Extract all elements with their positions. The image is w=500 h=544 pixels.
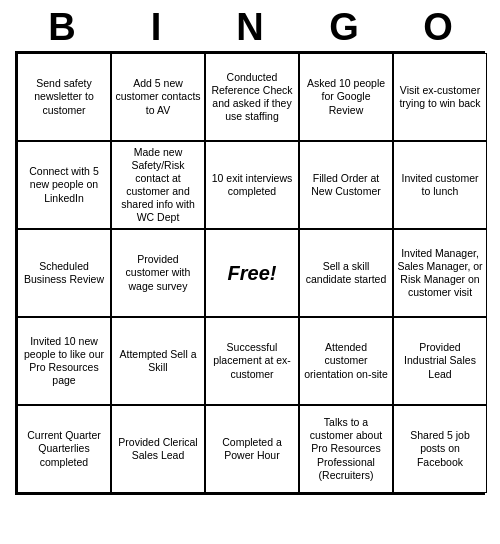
bingo-cell-8[interactable]: Filled Order at New Customer: [299, 141, 393, 229]
bingo-cell-21[interactable]: Provided Clerical Sales Lead: [111, 405, 205, 493]
bingo-cell-6[interactable]: Made new Safety/Risk contact at customer…: [111, 141, 205, 229]
bingo-letter: G: [306, 6, 382, 49]
bingo-cell-11[interactable]: Provided customer with wage survey: [111, 229, 205, 317]
bingo-letter: O: [400, 6, 476, 49]
bingo-cell-16[interactable]: Attempted Sell a Skill: [111, 317, 205, 405]
bingo-cell-7[interactable]: 10 exit interviews completed: [205, 141, 299, 229]
bingo-cell-18[interactable]: Attended customer orientation on-site: [299, 317, 393, 405]
bingo-grid: Send safety newsletter to customerAdd 5 …: [15, 51, 485, 495]
bingo-cell-15[interactable]: Invited 10 new people to like our Pro Re…: [17, 317, 111, 405]
bingo-letter: N: [212, 6, 288, 49]
bingo-cell-14[interactable]: Invited Manager, Sales Manager, or Risk …: [393, 229, 487, 317]
bingo-cell-0[interactable]: Send safety newsletter to customer: [17, 53, 111, 141]
bingo-cell-3[interactable]: Asked 10 people for Google Review: [299, 53, 393, 141]
bingo-cell-23[interactable]: Talks to a customer about Pro Resources …: [299, 405, 393, 493]
bingo-letter: I: [118, 6, 194, 49]
bingo-cell-20[interactable]: Current Quarter Quarterlies completed: [17, 405, 111, 493]
bingo-cell-19[interactable]: Provided Industrial Sales Lead: [393, 317, 487, 405]
bingo-cell-5[interactable]: Connect with 5 new people on LinkedIn: [17, 141, 111, 229]
bingo-cell-4[interactable]: Visit ex-customer trying to win back: [393, 53, 487, 141]
bingo-cell-2[interactable]: Conducted Reference Check and asked if t…: [205, 53, 299, 141]
bingo-cell-17[interactable]: Successful placement at ex-customer: [205, 317, 299, 405]
bingo-cell-13[interactable]: Sell a skill candidate started: [299, 229, 393, 317]
bingo-cell-1[interactable]: Add 5 new customer contacts to AV: [111, 53, 205, 141]
bingo-cell-24[interactable]: Shared 5 job posts on Facebook: [393, 405, 487, 493]
bingo-letter: B: [24, 6, 100, 49]
bingo-cell-22[interactable]: Completed a Power Hour: [205, 405, 299, 493]
bingo-cell-10[interactable]: Scheduled Business Review: [17, 229, 111, 317]
bingo-cell-9[interactable]: Invited customer to lunch: [393, 141, 487, 229]
bingo-title: BINGO: [15, 0, 485, 51]
bingo-cell-12[interactable]: Free!: [205, 229, 299, 317]
